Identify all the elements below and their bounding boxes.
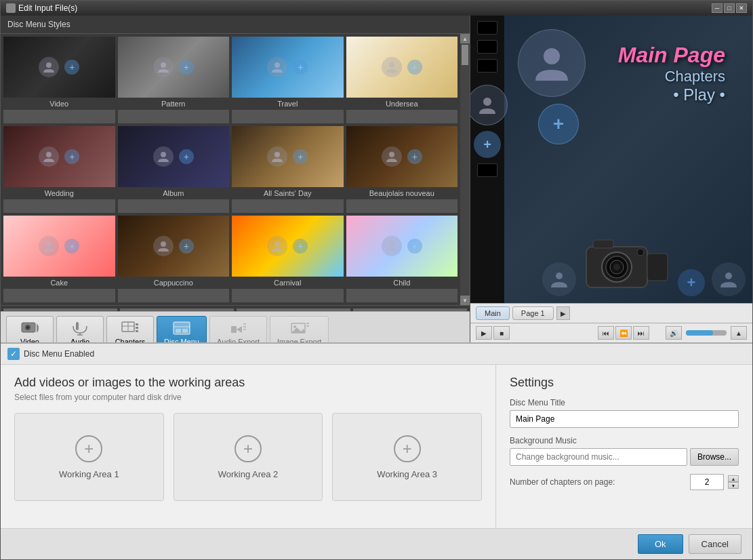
svg-marker-13	[37, 323, 39, 333]
title-bar-controls: ─ □ ✕	[712, 3, 747, 13]
working-area-1[interactable]: + Working Area 1	[14, 413, 164, 501]
spinner-arrows: ▲ ▼	[728, 475, 739, 489]
style-label-allsaints: All Saints' Day	[232, 187, 344, 199]
stop-button[interactable]: ■	[493, 326, 510, 340]
avatar-2	[542, 262, 576, 296]
scroll-down-button[interactable]: ▼	[460, 296, 470, 305]
style-item-allsaints[interactable]: + All Saints' Day	[232, 126, 344, 213]
right-settings: Settings Disc Menu Title Background Musi…	[495, 365, 752, 528]
skip-back-button[interactable]: ⏮	[598, 326, 614, 340]
style-thumb-carnival: +	[232, 216, 344, 277]
svg-point-4	[46, 152, 52, 157]
svg-point-0	[46, 62, 52, 68]
chapters-text: Chapters	[618, 68, 725, 85]
browse-button[interactable]: Browse...	[690, 448, 739, 466]
tab-page1[interactable]: Page 1	[512, 306, 554, 320]
svg-rect-23	[136, 327, 138, 329]
svg-marker-30	[237, 326, 242, 333]
disc-menu-button[interactable]: Disc Menu	[157, 316, 207, 342]
style-item-video[interactable]: + Video	[3, 37, 115, 123]
working-title: Add videos or images to the working area…	[14, 376, 482, 390]
volume-bar[interactable]	[686, 330, 727, 336]
style-item-cake[interactable]: + Cake	[3, 216, 115, 302]
toolbar: VideoEffects AudioEffects	[1, 311, 470, 342]
nav-next-button[interactable]: ▶	[556, 306, 570, 320]
avatar-1	[470, 85, 508, 125]
chapters-button[interactable]: Chapters	[106, 316, 154, 342]
video-effects-label: VideoEffects	[18, 338, 41, 342]
volume-button[interactable]: 🔊	[666, 326, 682, 340]
cancel-button[interactable]: Cancel	[689, 534, 741, 554]
svg-point-6	[274, 152, 280, 157]
ok-button[interactable]: Ok	[638, 534, 683, 554]
video-effects-icon	[20, 321, 39, 336]
svg-point-15	[26, 326, 29, 329]
style-item-album[interactable]: + Album	[118, 126, 230, 213]
disc-menu-enabled-bar: ✓ Disc Menu Enabled	[1, 344, 752, 365]
style-item-pattern[interactable]: + Pattern	[118, 37, 230, 123]
style-item-beaujolais[interactable]: + Beaujolais nouveau	[346, 126, 458, 213]
scroll-up-button[interactable]: ▲	[460, 34, 470, 43]
style-label-video: Video	[3, 98, 115, 110]
skip-forward-button[interactable]: ⏭	[633, 326, 649, 340]
style-item-cappuccino[interactable]: + Cappuccino	[118, 216, 230, 302]
audio-export-label: Audio Export	[217, 338, 260, 342]
spinner-down-button[interactable]: ▼	[728, 482, 739, 489]
working-area-2[interactable]: + Working Area 2	[174, 413, 323, 501]
maximize-button[interactable]: □	[724, 3, 735, 13]
background-music-field: Background Music Browse...	[510, 436, 739, 466]
style-item-wedding[interactable]: + Wedding	[3, 126, 115, 213]
background-music-input[interactable]	[510, 448, 687, 466]
style-item-travel[interactable]: + Travel	[232, 37, 344, 123]
svg-point-39	[483, 98, 491, 106]
avatar-3	[712, 262, 746, 296]
audio-export-button[interactable]: Audio Export	[209, 316, 267, 342]
volume-up-button[interactable]: ▲	[731, 326, 747, 340]
film-hole	[477, 40, 497, 54]
style-item-undersea[interactable]: + Undersea	[346, 37, 458, 123]
image-export-button[interactable]: Image Export	[270, 316, 329, 342]
chapters-input[interactable]	[690, 474, 724, 490]
disc-menu-checkbox[interactable]: ✓	[7, 348, 20, 360]
working-area-1-label: Working Area 1	[59, 469, 119, 479]
right-panel: + +	[470, 16, 752, 342]
tab-main[interactable]: Main	[476, 306, 510, 320]
svg-point-8	[46, 241, 52, 247]
spinner-up-button[interactable]: ▲	[728, 475, 739, 482]
disc-menu-title-field: Disc Menu Title	[510, 398, 739, 428]
svg-point-47	[613, 264, 620, 271]
style-item-child[interactable]: + Child	[346, 216, 458, 302]
working-area-3[interactable]: + Working Area 3	[332, 413, 482, 501]
play-button[interactable]: ▶	[476, 326, 492, 340]
background-music-row: Browse...	[510, 448, 739, 466]
working-areas: + Working Area 1 + Working Area 2 + Work…	[14, 413, 482, 501]
preview-area: + +	[470, 16, 752, 303]
style-thumb-cake: +	[3, 216, 115, 277]
style-label-beaujolais: Beaujolais nouveau	[346, 187, 458, 199]
audio-effects-icon	[70, 321, 89, 336]
svg-rect-27	[176, 329, 181, 333]
svg-point-50	[725, 273, 732, 279]
main-content: Disc Menu Styles + Video +	[1, 16, 752, 342]
main-page-text: Main Page	[618, 43, 725, 68]
svg-rect-16	[76, 322, 79, 330]
close-button[interactable]: ✕	[736, 3, 747, 13]
scroll-thumb[interactable]	[462, 45, 468, 65]
volume-fill	[686, 330, 713, 336]
audio-effects-button[interactable]: AudioEffects	[56, 316, 104, 342]
style-thumb-child: +	[346, 216, 458, 277]
svg-rect-24	[136, 330, 138, 332]
frame-back-button[interactable]: ⏪	[615, 326, 632, 340]
play-text: • Play •	[618, 85, 725, 104]
disc-menu-title-input[interactable]	[510, 410, 739, 428]
svg-point-11	[389, 241, 394, 247]
minimize-button[interactable]: ─	[712, 3, 723, 13]
working-area-container: Add videos or images to the working area…	[1, 365, 752, 528]
svg-point-9	[161, 241, 166, 247]
svg-point-3	[389, 62, 394, 68]
add-area-3-icon: +	[394, 435, 421, 462]
video-effects-button[interactable]: VideoEffects	[6, 316, 54, 342]
disc-menu-icon	[172, 321, 191, 336]
style-item-carnival[interactable]: + Carnival	[232, 216, 344, 302]
style-label-travel: Travel	[232, 98, 344, 110]
